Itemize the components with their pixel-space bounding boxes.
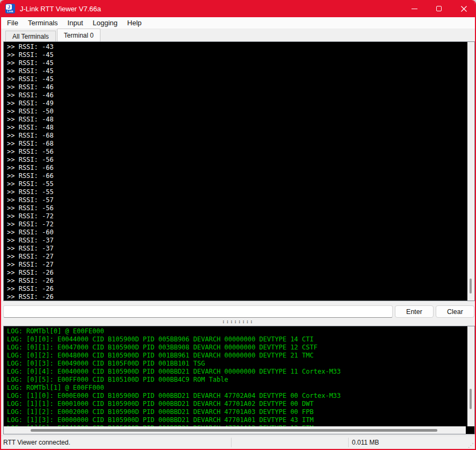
terminal-output-pane[interactable]: >> RSSI: -43>> RSSI: -45>> RSSI: -45>> R… — [3, 41, 475, 301]
log-line: LOG: ROMTbl[1] @ E00FF000 — [7, 384, 467, 392]
jlink-icon-letter: J — [6, 4, 12, 10]
terminal-tabbar: All Terminals Terminal 0 — [1, 28, 475, 41]
terminal-line: >> RSSI: -27 — [7, 253, 467, 261]
data-size-indicator: 0.011 MB — [352, 439, 379, 446]
log-hscrollbar-thumb[interactable] — [31, 429, 437, 432]
terminal-line: >> RSSI: -55 — [7, 180, 467, 188]
clear-button[interactable]: Clear — [436, 305, 474, 318]
terminal-scrollbar-thumb[interactable] — [470, 278, 472, 294]
log-line: LOG: [0][1]: E0047000 CID B105900D PID 0… — [7, 344, 467, 352]
scrollbar-corner — [466, 426, 474, 434]
terminal-line: >> RSSI: -68 — [7, 140, 467, 148]
log-line: LOG: [0][4]: E0040000 CID B105900D PID 0… — [7, 368, 467, 376]
terminal-line: >> RSSI: -68 — [7, 132, 467, 140]
terminal-line: >> RSSI: -72 — [7, 220, 467, 228]
terminal-line: >> RSSI: -66 — [7, 164, 467, 172]
terminal-line: >> RSSI: -57 — [7, 196, 467, 204]
terminal-line: >> RSSI: -26 — [7, 293, 467, 301]
enter-button[interactable]: Enter — [395, 305, 434, 318]
log-line: LOG: [0][2]: E0048000 CID B105900D PID 0… — [7, 352, 467, 360]
window-controls — [402, 0, 476, 17]
minimize-icon — [412, 9, 417, 9]
terminal-line: >> RSSI: -27 — [7, 261, 467, 269]
terminal-line: >> RSSI: -43 — [7, 43, 467, 51]
terminal-line: >> RSSI: -26 — [7, 277, 467, 285]
log-vertical-scrollbar[interactable] — [467, 326, 474, 426]
log-vscrollbar-thumb[interactable] — [470, 389, 472, 409]
terminal-line: >> RSSI: -48 — [7, 116, 467, 124]
log-output-pane[interactable]: LOG: ROMTbl[0] @ E00FE000LOG: [0][0]: E0… — [3, 326, 475, 434]
menubar: File Terminals Input Logging Help — [1, 17, 475, 28]
terminal-line: >> RSSI: -49 — [7, 99, 467, 108]
terminal-line: >> RSSI: -45 — [7, 75, 467, 83]
terminal-line: >> RSSI: -55 — [7, 188, 467, 196]
menu-file[interactable]: File — [2, 17, 23, 28]
terminal-line: >> RSSI: -26 — [7, 285, 467, 293]
terminal-line: >> RSSI: -46 — [7, 83, 467, 91]
terminal-line: >> RSSI: -37 — [7, 245, 467, 253]
terminal-input-field[interactable] — [3, 305, 393, 318]
terminal-line: >> RSSI: -50 — [7, 108, 467, 116]
resize-grip-icon[interactable]: ⋰ — [468, 442, 474, 448]
terminal-line: >> RSSI: -56 — [7, 148, 467, 156]
tab-all-terminals[interactable]: All Terminals — [5, 31, 56, 41]
jlink-rtt-viewer-window: J Link J-Link RTT Viewer V7.66a File Ter… — [0, 0, 476, 450]
terminal-line: >> RSSI: -56 — [7, 156, 467, 164]
terminal-line: >> RSSI: -60 — [7, 228, 467, 237]
pane-splitter[interactable]: :::::::: — [1, 319, 475, 325]
statusbar: RTT Viewer connected. 0.011 MB ⋰ — [1, 435, 475, 449]
terminal-line: >> RSSI: -37 — [7, 237, 467, 245]
menu-input[interactable]: Input — [63, 17, 88, 28]
menu-help[interactable]: Help — [122, 17, 147, 28]
connection-status: RTT Viewer connected. — [3, 439, 70, 446]
menu-logging[interactable]: Logging — [88, 17, 122, 28]
terminal-line: >> RSSI: -45 — [7, 51, 467, 59]
tab-terminal-0[interactable]: Terminal 0 — [57, 28, 100, 41]
log-line: LOG: [0][3]: E0049000 CID B105F00D PID 0… — [7, 360, 467, 368]
titlebar[interactable]: J Link J-Link RTT Viewer V7.66a — [0, 0, 476, 17]
maximize-button[interactable] — [427, 0, 451, 17]
terminal-line: >> RSSI: -56 — [7, 204, 467, 212]
window-title: J-Link RTT Viewer V7.66a — [20, 5, 101, 13]
terminal-line: >> RSSI: -66 — [7, 172, 467, 180]
jlink-icon-word: Link — [5, 10, 15, 13]
terminal-line: >> RSSI: -45 — [7, 59, 467, 67]
log-line: LOG: [1][3]: E0000000 CID B105900D PID 0… — [7, 416, 467, 424]
close-icon — [461, 6, 467, 12]
log-line: LOG: ROMTbl[0] @ E00FE000 — [7, 327, 467, 335]
terminal-output: >> RSSI: -43>> RSSI: -45>> RSSI: -45>> R… — [4, 42, 467, 301]
terminal-line: >> RSSI: -26 — [7, 269, 467, 277]
log-line: LOG: [1][1]: E0001000 CID B105900D PID 0… — [7, 400, 467, 408]
statusbar-separator — [231, 438, 232, 447]
log-line: LOG: [1][2]: E0002000 CID B105900D PID 0… — [7, 408, 467, 416]
close-button[interactable] — [451, 0, 476, 17]
splitter-handle-icon: :::::::: — [222, 319, 254, 324]
minimize-button[interactable] — [402, 0, 427, 17]
terminal-line: >> RSSI: -72 — [7, 212, 467, 220]
input-row: Enter Clear — [3, 305, 473, 318]
statusbar-separator — [348, 438, 349, 447]
maximize-icon — [436, 6, 442, 11]
log-line: LOG: [0][0]: E0044000 CID B105900D PID 0… — [7, 335, 467, 344]
log-line: LOG: [0][5]: E00FF000 CID B105100D PID 0… — [7, 376, 467, 384]
terminal-line: >> RSSI: -46 — [7, 91, 467, 99]
menu-terminals[interactable]: Terminals — [23, 17, 63, 28]
terminal-line: >> RSSI: -45 — [7, 67, 467, 75]
log-line: LOG: [1][0]: E000E000 CID B105900D PID 0… — [7, 392, 467, 400]
jlink-app-icon: J Link — [5, 4, 15, 13]
log-horizontal-scrollbar[interactable] — [4, 426, 466, 434]
log-output: LOG: ROMTbl[0] @ E00FE000LOG: [0][0]: E0… — [4, 326, 467, 426]
terminal-line: >> RSSI: -48 — [7, 124, 467, 132]
terminal-vertical-scrollbar[interactable] — [467, 42, 474, 301]
